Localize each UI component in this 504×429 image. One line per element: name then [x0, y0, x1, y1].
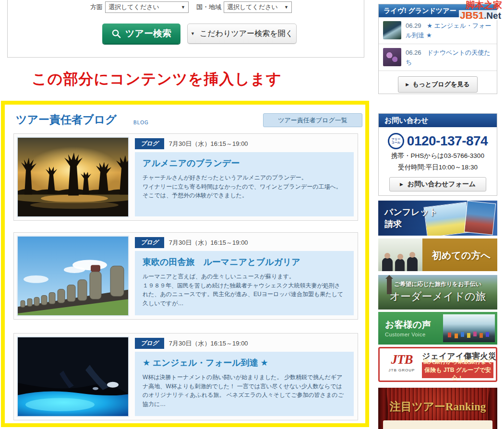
blog-entry-title[interactable]: 東欧の田舎旅 ルーマニアとブルガリア [143, 256, 346, 268]
play-arrow-icon: ▶ [406, 82, 409, 87]
direction-select-value: 選択してください [108, 3, 159, 12]
tour-search-panel: 方面 選択してください ▼ 国・地域 選択してください ▼ ツアー検索 ▼ こだ… [7, 0, 364, 58]
advanced-search-button-label: こだわりツアー検索を開く [200, 29, 293, 39]
phone-row: フリー コール 0120-137-874 [379, 133, 497, 149]
insert-content-note: この部分にコンテンツを挿入します [32, 69, 282, 89]
free-call-icon: フリー コール [388, 133, 404, 149]
tour-search-button[interactable]: ツアー検索 [102, 24, 180, 44]
blog-entry-panel: アルメニアのブランデー チャーチルさんが好きだったというアルメニアのブランデー。… [135, 152, 354, 216]
staff-person [407, 257, 418, 271]
mobile-phone-note: 携帯・PHSからは03-5766-3300 [379, 151, 497, 161]
beginners-banner-label: 初めての方へ [432, 249, 491, 262]
blog-list-button[interactable]: ツアー責任者ブログ一覧 [263, 113, 362, 127]
blog-badge: ブログ [135, 138, 164, 149]
live-blog-date: 06.26 [406, 49, 421, 56]
blog-entry-image-blue-grotto[interactable] [17, 336, 129, 417]
customer-voice-banner[interactable]: お客様の声 Customer Voice [378, 312, 497, 345]
blog-entry-head: ブログ 7月30日（水）16:15～19:00 [135, 138, 248, 149]
blog-entry-body: W杯は決勝トーナメントの熱い闘いが始まりました。 少数精鋭で挑んだギアナ高地、W… [143, 373, 346, 408]
tour-ranking-title: 注目ツアーRanking [378, 399, 497, 414]
blog-badge: ブログ [135, 338, 164, 349]
blog-section: ツアー責任者ブログ BLOG ツアー責任者ブログ一覧 [1, 101, 369, 427]
search-button-row: ツアー検索 ▼ こだわりツアー検索を開く [8, 24, 364, 46]
live-blog-thumbnail[interactable] [383, 21, 401, 39]
blog-entry-head: ブログ 7月30日（水）16:15～19:00 [135, 338, 248, 349]
search-icon [111, 29, 121, 39]
watermark-brand: JB51 [460, 10, 484, 21]
blog-entry-title[interactable]: アルメニアのブランデー [143, 157, 346, 169]
ranking-list-placeholder [383, 420, 492, 429]
direction-select[interactable]: 選択してください ▼ [105, 1, 189, 13]
jtb-logo: JTB JTB GROUP [384, 352, 419, 372]
direction-label: 方面 [90, 3, 103, 12]
free-call-icon-label: フリー コール [392, 138, 400, 144]
staff-person [395, 259, 405, 271]
live-blog-entry[interactable]: 06.29 ★ エンジェル・フォール到達 ★ [379, 17, 497, 44]
live-blog-text: 06.26 ドナウベントの天使たち [406, 48, 492, 67]
blog-entry: ブログ 7月30日（水）16:15～19:00 東欧の田舎旅 ルーマニアとブルガ… [13, 232, 358, 320]
more-blog-button-label: もっとブログを見る [412, 80, 469, 89]
contact-form-row: ▶ お問い合わせフォーム [379, 177, 497, 191]
ordermade-banner[interactable]: ご希望に応じた旅作りをお手伝い オーダーメイドの旅 [378, 275, 497, 310]
watermark-line2: JB51.Net [459, 10, 502, 20]
waterfall-photo [443, 314, 495, 342]
page: 方面 選択してください ▼ 国・地域 選択してください ▼ ツアー検索 ▼ こだ… [0, 0, 504, 429]
blog-entry-date: 7月30日（水）16:15～19:00 [169, 140, 248, 148]
pamphlet-request-banner[interactable]: パンフレット 請求 [378, 201, 497, 236]
beginners-banner[interactable]: 初めての方へ [378, 238, 497, 271]
dropdown-arrow-icon: ▼ [181, 5, 185, 10]
contact-header: お問い合わせ [379, 114, 497, 127]
brochure-image [464, 201, 496, 235]
blog-entry-panel: ★ エンジェル・フォール到達 ★ W杯は決勝トーナメントの熱い闘いが始まりました… [135, 352, 354, 416]
pamphlet-banner-label: パンフレット 請求 [384, 206, 438, 230]
region-label: 国・地域 [196, 3, 221, 12]
tour-ranking-banner[interactable]: 注目ツアーRanking [378, 388, 497, 429]
blog-entry-head: ブログ 7月30日（水）16:15～19:00 [135, 237, 248, 248]
blog-badge: ブログ [135, 237, 164, 248]
ordermade-banner-tagline: ご希望に応じた旅作りをお手伝い [378, 280, 497, 288]
customer-voice-label: お客様の声 [385, 319, 431, 331]
contact-widget: お問い合わせ フリー コール 0120-137-874 携帯・PHSからは03-… [378, 113, 497, 196]
advanced-search-button[interactable]: ▼ こだわりツアー検索を開く [187, 24, 297, 44]
live-blog-more-row: ▶ もっとブログを見る [379, 71, 497, 93]
tour-group-silhouettes [448, 333, 451, 337]
dropdown-arrow-icon: ▼ [191, 31, 195, 36]
blog-section-title: ツアー責任者ブログ [16, 112, 117, 127]
region-select[interactable]: 選択してください ▼ [224, 1, 292, 13]
blog-entry: ブログ 7月30日（水）16:15～19:00 アルメニアのブランデー チャーチ… [13, 133, 358, 221]
live-blog-date: 06.29 [406, 22, 421, 29]
watermark-suffix: .Net [484, 11, 501, 21]
blog-entry-image-baobab-sunset[interactable] [17, 137, 129, 217]
business-hours-note: 受付時間:平日10:00～18:30 [379, 163, 497, 172]
region-select-value: 選択してください [227, 3, 278, 12]
jtb-insurance-tagline-box: 個人旅行から家族旅行まで 保険も JTB グループで安心！ [422, 362, 493, 378]
jtb-insurance-banner[interactable]: JTB JTB GROUP ジェイアイ傷害火災 個人旅行から家族旅行まで 保険も… [378, 347, 497, 382]
blog-entry-date: 7月30日（水）16:15～19:00 [169, 238, 248, 247]
blog-entry: ブログ 7月30日（水）16:15～19:00 ★ エンジェル・フォール到達 ★… [13, 333, 358, 420]
ordermade-banner-label: オーダーメイドの旅 [378, 289, 497, 304]
blog-entry-body: チャーチルさんが好きだったというアルメニアのブランデー。 ワイナリーに立ち寄る時… [143, 173, 346, 200]
blog-section-subtitle: BLOG [133, 120, 149, 125]
watermark-line1: 脚本之家 [459, 0, 502, 10]
staff-person [382, 258, 393, 271]
play-arrow-icon: ▶ [400, 182, 403, 187]
blog-entry-image-moai-statues[interactable] [17, 236, 129, 316]
staff-photo [378, 238, 422, 271]
blog-entry-title[interactable]: ★ エンジェル・フォール到達 ★ [143, 357, 346, 369]
blog-entry-body: ルーマニアと言えば、あの生々しいニュースが蘇ります。 １９８９年、国民を苦しめ続… [143, 272, 346, 308]
search-form-row: 方面 選択してください ▼ 国・地域 選択してください ▼ [90, 1, 292, 13]
dropdown-arrow-icon: ▼ [284, 5, 288, 10]
site-watermark: 脚本之家 JB51.Net [459, 0, 502, 20]
jtb-group-label: JTB GROUP [384, 368, 419, 372]
live-blog-text: 06.29 ★ エンジェル・フォール到達 ★ [406, 21, 492, 40]
blog-entry-date: 7月30日（水）16:15～19:00 [169, 339, 248, 348]
contact-form-button-label: お問い合わせフォーム [408, 180, 476, 189]
live-blog-thumbnail[interactable] [383, 48, 401, 66]
contact-form-button[interactable]: ▶ お問い合わせフォーム [389, 177, 486, 191]
customer-voice-sublabel: Customer Voice [385, 332, 426, 337]
more-blog-button[interactable]: ▶ もっとブログを見る [398, 76, 477, 93]
tour-search-button-label: ツアー検索 [125, 27, 171, 40]
jtb-insurance-tagline: 個人旅行から家族旅行まで 保険も JTB グループで安心！ [422, 358, 493, 382]
jtb-logo-text: JTB [384, 352, 419, 367]
live-blog-entry[interactable]: 06.26 ドナウベントの天使たち [379, 44, 497, 71]
